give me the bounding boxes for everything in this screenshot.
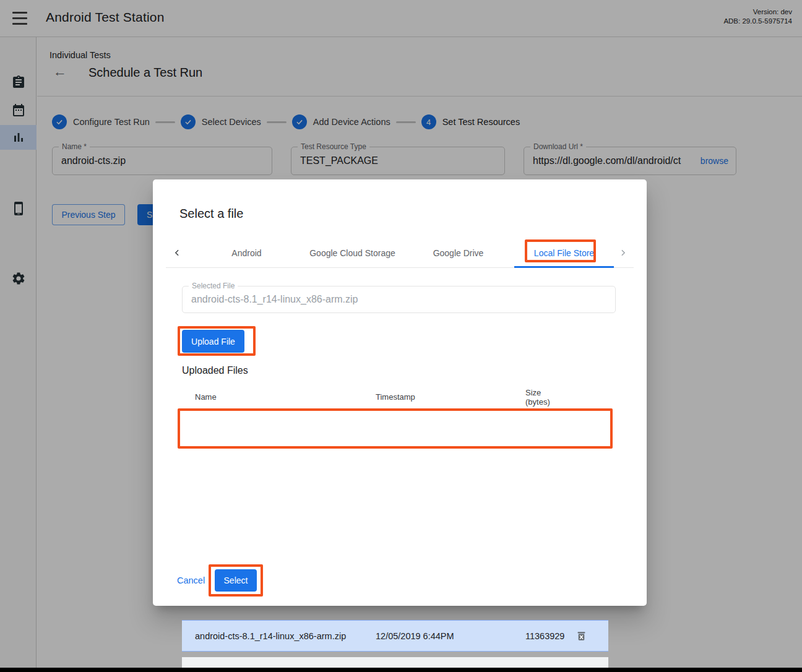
annotation-box-selected-row <box>178 408 613 449</box>
tabs-scroll-left-button[interactable] <box>167 238 187 267</box>
table-header-row: Name Timestamp Size (bytes) <box>182 387 608 410</box>
uploaded-files-heading: Uploaded Files <box>182 365 248 376</box>
selected-file-field[interactable]: Selected File android-cts-8.1_r14-linux_… <box>182 286 616 313</box>
delete-file-button[interactable] <box>574 621 589 651</box>
table-row-selected[interactable]: android-cts-8.1_r14-linux_x86-arm.zip 12… <box>182 620 608 652</box>
chevron-left-icon <box>173 249 181 257</box>
selected-file-value: android-cts-8.1_r14-linux_x86-arm.zip <box>191 286 609 312</box>
column-header-name: Name <box>195 392 217 402</box>
select-file-dialog: Select a file Android Google Cloud Stora… <box>153 179 647 606</box>
tab-label: Android <box>231 248 261 258</box>
bottom-screen-edge <box>0 668 802 672</box>
active-tab-ink-bar <box>514 266 614 268</box>
dialog-title: Select a file <box>179 207 243 221</box>
column-header-size: Size (bytes) <box>525 388 550 407</box>
file-source-tabs: Android Google Cloud Storage Google Driv… <box>166 238 634 268</box>
uploaded-files-table: Name Timestamp Size (bytes) android-cts-… <box>182 387 608 410</box>
tab-google-drive[interactable]: Google Drive <box>405 238 511 267</box>
tab-google-cloud-storage[interactable]: Google Cloud Storage <box>300 238 405 267</box>
size-header-line2: (bytes) <box>525 397 550 407</box>
cancel-button[interactable]: Cancel <box>177 575 205 585</box>
size-cell: 113639298 <box>525 621 564 651</box>
tab-android[interactable]: Android <box>194 238 300 267</box>
size-header-line1: Size <box>525 388 550 397</box>
select-button[interactable]: Select <box>215 569 257 592</box>
tab-local-file-store[interactable]: Local File Store <box>511 238 617 267</box>
column-header-timestamp: Timestamp <box>376 392 415 402</box>
file-name-cell: android-cts-8.1_r14-linux_x86-arm.zip <box>195 621 346 651</box>
chevron-right-icon <box>619 249 627 257</box>
tab-label: Local File Store <box>534 248 594 258</box>
tabs-scroll-right-button[interactable] <box>613 238 632 267</box>
delete-file-icon <box>576 630 587 642</box>
tab-label: Google Cloud Storage <box>309 248 395 258</box>
timestamp-cell: 12/05/2019 6:44PM <box>376 621 454 651</box>
tab-label: Google Drive <box>433 248 484 258</box>
android-test-station-app: Android Test Station Version: dev ADB: 2… <box>0 0 802 672</box>
upload-file-button[interactable]: Upload File <box>182 330 244 353</box>
